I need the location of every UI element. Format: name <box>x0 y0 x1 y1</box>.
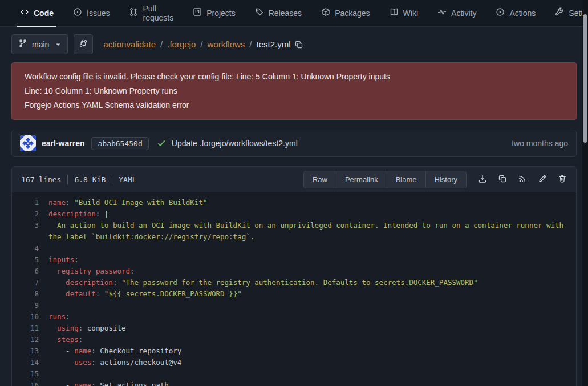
tab-packages[interactable]: Packages <box>318 0 372 27</box>
line-number[interactable]: 10 <box>12 311 48 323</box>
blame-button[interactable]: Blame <box>387 171 425 188</box>
code-token: registry_password <box>57 267 130 275</box>
line-number[interactable]: 3 <box>12 220 48 243</box>
file-action-icons <box>478 174 567 185</box>
code-line: 4 <box>12 243 576 254</box>
tab-actions[interactable]: Actions <box>493 0 538 27</box>
download-icon[interactable] <box>478 174 487 185</box>
breadcrumb-link[interactable]: .forgejo <box>167 39 196 49</box>
line-number[interactable]: 16 <box>12 380 48 386</box>
tab-pull-requests[interactable]: Pull requests <box>126 0 176 27</box>
error-message-line: Workflow config file is invalid. Please … <box>25 70 563 84</box>
code-token: uses <box>74 358 91 367</box>
scrollbar-thumb[interactable] <box>583 14 587 143</box>
code-token: - <box>48 381 74 386</box>
copy-icon <box>498 174 507 185</box>
breadcrumb-link[interactable]: actionvalidate <box>103 39 156 49</box>
line-number[interactable]: 7 <box>12 277 48 288</box>
pull-request-icon <box>129 7 138 18</box>
file-view: 167 lines 6.8 KiB YAML RawPermalinkBlame… <box>11 166 577 386</box>
copy-path-icon[interactable] <box>294 40 303 49</box>
branch-selector-button[interactable]: main <box>11 34 68 54</box>
tab-activity[interactable]: Activity <box>435 0 479 27</box>
breadcrumb-separator: / <box>160 39 163 49</box>
line-number[interactable]: 6 <box>12 266 48 277</box>
commit-author[interactable]: earl-warren <box>42 139 84 148</box>
code-token <box>48 267 57 275</box>
commit-age: two months ago <box>512 139 568 148</box>
line-number[interactable]: 14 <box>12 357 48 368</box>
compare-button[interactable] <box>74 34 93 54</box>
line-content: using: composite <box>48 323 576 334</box>
tab-code[interactable]: Code <box>17 0 56 27</box>
file-size: 6.8 KiB <box>74 175 106 184</box>
rss-icon[interactable] <box>518 174 527 185</box>
line-number[interactable]: 12 <box>12 334 48 345</box>
code-token: : <box>66 198 74 207</box>
raw-button[interactable]: Raw <box>304 171 336 188</box>
code-token: : <box>113 278 121 287</box>
commit-status-check-icon[interactable] <box>157 139 166 148</box>
tab-label: Code <box>34 9 54 18</box>
permalink-button[interactable]: Permalink <box>336 171 387 188</box>
line-content: description: | <box>48 208 576 220</box>
download-icon <box>478 174 487 185</box>
code-token: : <box>74 255 79 264</box>
code-viewer: 1name: "Build OCI Image with BuildKit"2d… <box>12 192 576 386</box>
edit-icon <box>538 174 547 185</box>
commit-message[interactable]: Update .forgejo/workflows/test2.yml <box>172 139 298 148</box>
code-line: 14 uses: actions/checkout@v4 <box>12 357 576 368</box>
delete-icon[interactable] <box>558 174 567 185</box>
line-content <box>48 300 576 311</box>
page-scrollbar[interactable] <box>582 0 588 386</box>
breadcrumb-link[interactable]: workflows <box>207 39 245 49</box>
line-content: name: "Build OCI Image with BuildKit" <box>48 197 576 208</box>
code-token: : <box>79 335 83 344</box>
history-button[interactable]: History <box>425 171 466 188</box>
code-token: Checkout repository <box>100 347 181 355</box>
line-content: - name: Checkout repository <box>48 345 576 357</box>
line-number[interactable]: 2 <box>12 208 48 220</box>
line-number[interactable]: 9 <box>12 300 48 311</box>
line-number[interactable]: 8 <box>12 288 48 300</box>
edit-icon[interactable] <box>538 174 547 185</box>
code-token: : <box>79 324 87 332</box>
code-token: : <box>91 381 100 386</box>
code-token: : <box>96 290 104 298</box>
tab-label: Issues <box>87 9 110 18</box>
code-line: 2description: | <box>12 208 576 220</box>
line-number[interactable]: 4 <box>12 243 48 254</box>
code-line: 7 description: "The password for the reg… <box>12 277 576 288</box>
code-token: "Build OCI Image with BuildKit" <box>74 198 207 207</box>
line-number[interactable]: 5 <box>12 254 48 266</box>
avatar[interactable] <box>20 135 36 151</box>
tab-label: Actions <box>509 9 536 18</box>
code-token: : <box>91 347 100 355</box>
breadcrumb-current-file: test2.yml <box>257 39 291 49</box>
workflow-error-banner: Workflow config file is invalid. Please … <box>11 62 577 120</box>
code-token: inputs <box>48 255 74 264</box>
tab-wiki[interactable]: Wiki <box>387 0 421 27</box>
code-line: 1name: "Build OCI Image with BuildKit" <box>12 197 576 208</box>
line-content: default: "${{ secrets.DOCKER_PASSWORD }}… <box>48 288 576 300</box>
tab-releases[interactable]: Releases <box>252 0 305 27</box>
commit-sha-badge[interactable]: abab65450d <box>91 137 148 150</box>
code-token: : <box>130 267 135 275</box>
repo-nav: CodeIssuesPull requestsProjectsReleasesP… <box>0 0 588 27</box>
package-icon <box>321 7 330 18</box>
code-token: description <box>66 278 113 287</box>
meta-divider <box>112 175 112 184</box>
file-line-count: 167 lines <box>21 175 61 184</box>
code-line: 5inputs: <box>12 254 576 266</box>
code-line: 3 An action to build an OCI image with B… <box>12 220 576 243</box>
copy-icon[interactable] <box>498 174 507 185</box>
line-number[interactable]: 1 <box>12 197 48 208</box>
line-number[interactable]: 11 <box>12 323 48 334</box>
tab-projects[interactable]: Projects <box>190 0 238 27</box>
code-token: | <box>104 210 109 218</box>
line-number[interactable]: 15 <box>12 368 48 380</box>
code-line: 10runs: <box>12 311 576 323</box>
tab-issues[interactable]: Issues <box>70 0 112 27</box>
line-number[interactable]: 13 <box>12 345 48 357</box>
code-line: 6 registry_password: <box>12 266 576 277</box>
